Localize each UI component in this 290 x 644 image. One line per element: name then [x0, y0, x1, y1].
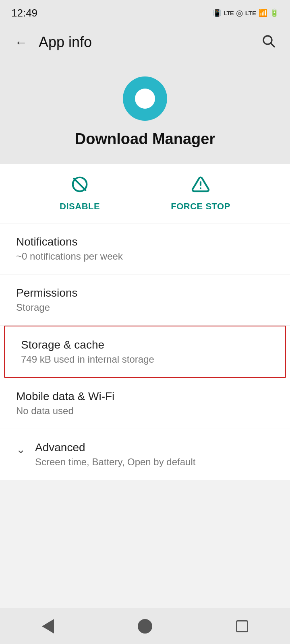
force-stop-icon	[191, 175, 210, 197]
force-stop-label: FORCE STOP	[171, 201, 230, 212]
wifi-icon: ◎	[236, 8, 243, 18]
permissions-item[interactable]: Permissions Storage	[0, 275, 290, 326]
permissions-subtitle: Storage	[16, 302, 274, 313]
settings-list: Notifications ~0 notifications per week …	[0, 223, 290, 480]
mobile-data-item[interactable]: Mobile data & Wi-Fi No data used	[0, 378, 290, 429]
signal1-icon: 📶	[259, 8, 267, 17]
page-title: App info	[39, 34, 92, 51]
notifications-title: Notifications	[16, 235, 274, 248]
app-bar-left: ← App info	[11, 32, 92, 53]
nav-recents-icon	[236, 620, 248, 632]
lte-icon: LTE	[245, 10, 256, 17]
notifications-item[interactable]: Notifications ~0 notifications per week	[0, 223, 290, 275]
nav-recents-button[interactable]	[224, 616, 260, 636]
app-name: Download Manager	[75, 130, 215, 148]
battery-icon: 🔋	[270, 8, 279, 17]
advanced-text: Advanced Screen time, Battery, Open by d…	[35, 441, 274, 468]
status-bar: 12:49 📳 LTE ◎ LTE 📶 🔋	[0, 0, 290, 24]
bottom-nav	[0, 608, 290, 644]
force-stop-button[interactable]: FORCE STOP	[171, 175, 230, 212]
search-icon	[261, 33, 276, 48]
permissions-title: Permissions	[16, 287, 274, 299]
status-time: 12:49	[11, 7, 37, 19]
lte-calls-icon: LTE	[224, 10, 234, 17]
app-icon	[123, 76, 167, 121]
search-button[interactable]	[258, 30, 279, 54]
advanced-item[interactable]: ⌄ Advanced Screen time, Battery, Open by…	[0, 429, 290, 480]
nav-home-button[interactable]	[126, 615, 164, 638]
action-row: DISABLE FORCE STOP	[0, 164, 290, 223]
storage-cache-title: Storage & cache	[21, 339, 269, 351]
chevron-down-icon: ⌄	[16, 443, 25, 456]
svg-line-3	[74, 179, 86, 190]
disable-icon	[70, 175, 89, 197]
storage-cache-item[interactable]: Storage & cache 749 kB used in internal …	[4, 326, 286, 378]
nav-home-icon	[138, 619, 152, 634]
mobile-data-subtitle: No data used	[16, 405, 274, 417]
vibrate-icon: 📳	[213, 8, 222, 17]
disable-button[interactable]: DISABLE	[60, 175, 100, 212]
svg-line-1	[271, 43, 274, 47]
nav-back-icon	[42, 619, 54, 634]
advanced-title: Advanced	[35, 441, 274, 454]
app-bar: ← App info	[0, 24, 290, 60]
download-icon	[133, 87, 157, 111]
status-icons: 📳 LTE ◎ LTE 📶 🔋	[213, 8, 279, 18]
mobile-data-title: Mobile data & Wi-Fi	[16, 390, 274, 403]
advanced-subtitle: Screen time, Battery, Open by default	[35, 456, 274, 468]
storage-cache-subtitle: 749 kB used in internal storage	[21, 354, 269, 365]
app-icon-section: Download Manager	[0, 60, 290, 164]
nav-back-button[interactable]	[30, 615, 66, 638]
disable-label: DISABLE	[60, 201, 100, 212]
notifications-subtitle: ~0 notifications per week	[16, 251, 274, 262]
back-button[interactable]: ←	[11, 32, 31, 53]
